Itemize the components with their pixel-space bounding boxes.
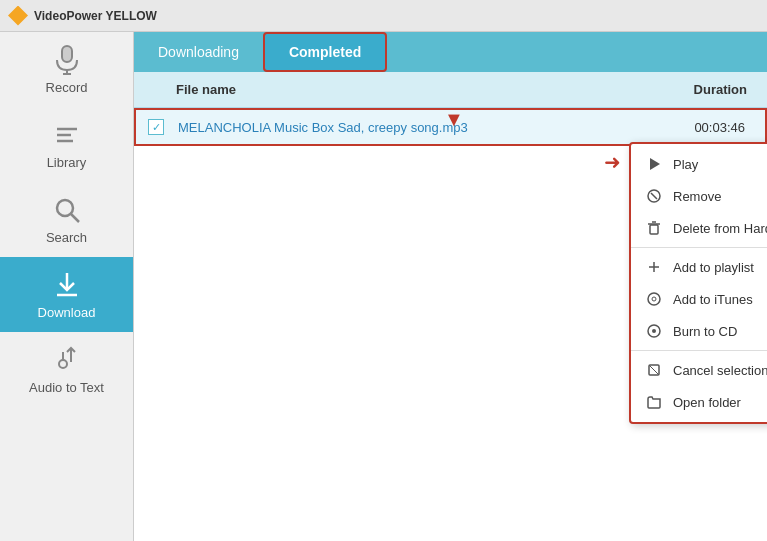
library-icon	[51, 119, 83, 151]
svg-line-27	[649, 365, 659, 375]
svg-line-16	[651, 193, 657, 199]
sidebar-label-record: Record	[46, 80, 88, 95]
tab-downloading[interactable]: Downloading	[134, 32, 263, 72]
sidebar-label-audio-to-text: Audio to Text	[29, 380, 104, 395]
play-icon	[645, 155, 663, 173]
sidebar-item-download[interactable]: Download	[0, 257, 133, 332]
header-duration: Duration	[655, 82, 755, 97]
svg-line-8	[71, 214, 79, 222]
tab-completed[interactable]: Completed	[263, 32, 387, 72]
audio-to-text-icon	[51, 344, 83, 376]
sidebar-item-record[interactable]: Record	[0, 32, 133, 107]
table-header: File name Duration	[134, 72, 767, 108]
arrow-down-annotation: ▼	[444, 108, 464, 131]
separator-2	[631, 350, 767, 351]
separator-1	[631, 247, 767, 248]
sidebar: Record Library Search	[0, 32, 134, 541]
row-checkbox[interactable]	[148, 119, 164, 135]
sidebar-item-search[interactable]: Search	[0, 182, 133, 257]
app-logo	[8, 6, 28, 26]
svg-point-23	[652, 297, 656, 301]
svg-rect-0	[62, 46, 72, 62]
title-bar: VideoPower YELLOW	[0, 0, 767, 32]
context-menu-item-delete-from-hard-disk[interactable]: Delete from Hard Disk	[631, 212, 767, 244]
sidebar-label-library: Library	[47, 155, 87, 170]
context-menu-item-burn-to-cd[interactable]: Burn to CD	[631, 315, 767, 347]
context-menu-item-add-to-playlist[interactable]: Add to playlist ▶	[631, 251, 767, 283]
svg-point-11	[59, 360, 67, 368]
download-icon	[51, 269, 83, 301]
main-layout: Record Library Search	[0, 32, 767, 541]
sidebar-item-audio-to-text[interactable]: Audio to Text	[0, 332, 133, 407]
row-duration: 00:03:46	[653, 120, 753, 135]
itunes-icon	[645, 290, 663, 308]
burn-icon	[645, 322, 663, 340]
search-icon	[51, 194, 83, 226]
cancel-selection-icon	[645, 361, 663, 379]
tabs-bar: Downloading Completed	[134, 32, 767, 72]
svg-rect-17	[650, 225, 658, 234]
header-filename: File name	[176, 82, 655, 97]
context-menu-item-open-folder[interactable]: Open folder	[631, 386, 767, 418]
delete-icon	[645, 219, 663, 237]
sidebar-item-library[interactable]: Library	[0, 107, 133, 182]
app-name: VideoPower YELLOW	[34, 9, 157, 23]
row-checkbox-cell	[148, 119, 178, 135]
microphone-icon	[51, 44, 83, 76]
context-menu-item-remove[interactable]: Remove	[631, 180, 767, 212]
svg-point-7	[57, 200, 73, 216]
context-menu-item-play[interactable]: Play	[631, 148, 767, 180]
context-menu: Play Remove Delete from Hard Disk	[629, 142, 767, 424]
arrow-right-annotation: ➜	[604, 150, 621, 174]
context-menu-item-add-to-itunes[interactable]: Add to iTunes	[631, 283, 767, 315]
row-filename: MELANCHOLIA Music Box Sad, creepy song.m…	[178, 120, 653, 135]
remove-icon	[645, 187, 663, 205]
svg-point-25	[652, 329, 656, 333]
context-menu-item-cancel-selection[interactable]: Cancel selection	[631, 354, 767, 386]
svg-point-22	[648, 293, 660, 305]
sidebar-label-search: Search	[46, 230, 87, 245]
content-area: Downloading Completed File name Duration…	[134, 32, 767, 541]
open-folder-icon	[645, 393, 663, 411]
add-playlist-icon	[645, 258, 663, 276]
svg-marker-14	[650, 158, 660, 170]
sidebar-label-download: Download	[38, 305, 96, 320]
